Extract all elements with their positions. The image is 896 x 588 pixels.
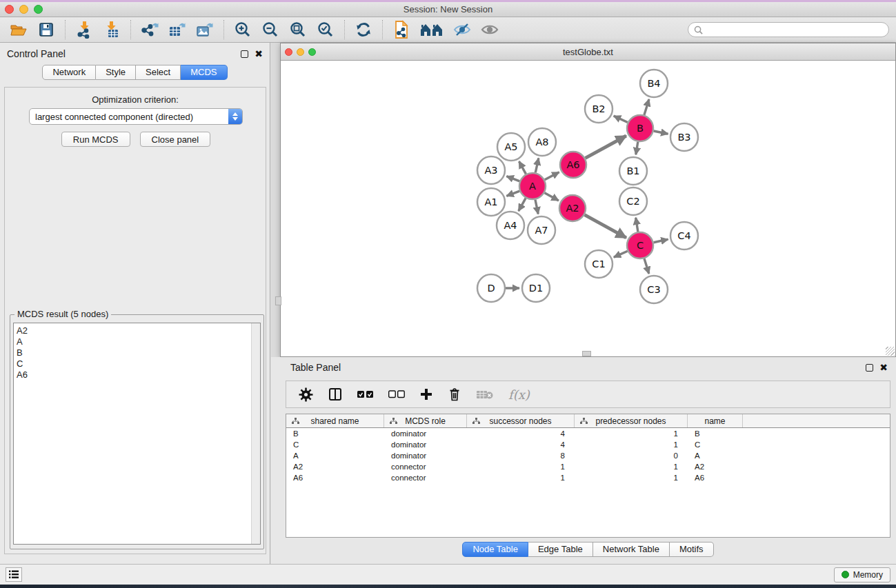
result-scrollbar[interactable] bbox=[251, 323, 260, 544]
graph-node-C[interactable]: C bbox=[627, 232, 653, 258]
tab-node-table[interactable]: Node Table bbox=[462, 542, 528, 557]
table-cell-successor-nodes[interactable]: 1 bbox=[467, 474, 575, 482]
import-table-button[interactable] bbox=[101, 20, 122, 39]
table-cell-predecessor-nodes[interactable]: 1 bbox=[575, 429, 688, 438]
splitter-handle-vertical[interactable] bbox=[275, 296, 281, 305]
table-settings-button[interactable] bbox=[299, 387, 313, 402]
table-cell-mcds-role[interactable]: connector bbox=[384, 463, 467, 471]
table-row[interactable]: A6connector11A6 bbox=[286, 472, 890, 483]
table-cell-name[interactable]: A bbox=[688, 452, 743, 460]
splitter-handle-horizontal[interactable] bbox=[582, 351, 591, 356]
graph-edge-A-A5[interactable] bbox=[519, 161, 526, 174]
tab-network[interactable]: Network bbox=[42, 65, 96, 80]
graph-edge-A-A2[interactable] bbox=[545, 193, 559, 201]
zoom-out-button[interactable] bbox=[260, 20, 281, 39]
tab-motifs[interactable]: Motifs bbox=[670, 542, 714, 557]
graph-node-A5[interactable]: A5 bbox=[497, 133, 525, 161]
float-table-panel-icon[interactable] bbox=[866, 364, 873, 372]
table-cell-mcds-role[interactable]: dominator bbox=[384, 452, 467, 460]
graph-node-B4[interactable]: B4 bbox=[640, 70, 668, 97]
table-cell-shared-name[interactable]: A6 bbox=[286, 474, 384, 482]
apply-layout-button[interactable] bbox=[353, 20, 374, 39]
graph-node-C1[interactable]: C1 bbox=[585, 250, 613, 278]
mcds-result-item[interactable]: A6 bbox=[17, 369, 251, 381]
tab-select[interactable]: Select bbox=[136, 65, 181, 80]
graph-node-A2[interactable]: A2 bbox=[559, 195, 586, 221]
column-header-predecessor-nodes[interactable]: predecessor nodes bbox=[575, 414, 688, 427]
graph-node-A8[interactable]: A8 bbox=[528, 128, 556, 156]
graph-edge-A6-B[interactable] bbox=[586, 136, 626, 158]
save-session-button[interactable] bbox=[36, 20, 57, 39]
column-header-shared-name[interactable]: shared name bbox=[286, 414, 384, 427]
graph-edge-C-C1[interactable] bbox=[614, 251, 628, 257]
select-all-button[interactable] bbox=[357, 390, 374, 398]
network-window-titlebar[interactable]: testGlobe.txt bbox=[281, 43, 895, 61]
search-field[interactable] bbox=[688, 22, 889, 37]
search-input[interactable] bbox=[706, 25, 883, 34]
delete-table-button[interactable] bbox=[476, 389, 494, 400]
zoom-fit-button[interactable] bbox=[288, 20, 308, 39]
table-cell-shared-name[interactable]: A bbox=[286, 452, 384, 460]
graph-edge-B-B1[interactable] bbox=[636, 142, 638, 155]
import-network-button[interactable] bbox=[74, 20, 94, 39]
column-header-name[interactable]: name bbox=[688, 414, 743, 427]
new-network-from-selection-button[interactable] bbox=[391, 20, 412, 39]
table-cell-mcds-role[interactable]: connector bbox=[384, 474, 467, 482]
run-mcds-button[interactable]: Run MCDS bbox=[61, 132, 130, 147]
close-table-panel-icon[interactable]: ✖ bbox=[879, 364, 888, 372]
graph-node-A7[interactable]: A7 bbox=[528, 216, 555, 244]
close-panel-button[interactable]: Close panel bbox=[140, 132, 211, 147]
graph-node-C4[interactable]: C4 bbox=[670, 222, 698, 250]
memory-button[interactable]: Memory bbox=[834, 567, 890, 582]
graph-node-D1[interactable]: D1 bbox=[522, 274, 550, 302]
graph-edge-A-A6[interactable] bbox=[545, 172, 559, 180]
table-cell-predecessor-nodes[interactable]: 1 bbox=[575, 463, 688, 471]
table-cell-mcds-role[interactable]: dominator bbox=[384, 429, 467, 438]
function-builder-button[interactable]: f(x) bbox=[508, 387, 530, 402]
tab-edge-table[interactable]: Edge Table bbox=[528, 542, 593, 557]
deselect-all-button[interactable] bbox=[388, 390, 405, 398]
graph-node-A1[interactable]: A1 bbox=[477, 188, 505, 216]
graph-edge-C-C3[interactable] bbox=[644, 258, 649, 274]
first-neighbors-button[interactable] bbox=[419, 20, 445, 39]
graph-node-B3[interactable]: B3 bbox=[670, 123, 698, 151]
network-canvas[interactable]: B4B2BB3A5A8A6A3B1AA1C2A2A4A7C4CC1C3DD1 bbox=[281, 61, 895, 356]
graph-node-B2[interactable]: B2 bbox=[585, 95, 613, 123]
column-header-mcds-role[interactable]: MCDS role bbox=[384, 414, 467, 427]
graph-edge-A2-C[interactable] bbox=[585, 215, 626, 238]
task-history-button[interactable] bbox=[6, 567, 22, 582]
delete-column-button[interactable] bbox=[448, 387, 461, 402]
graph-edge-C-C4[interactable] bbox=[654, 239, 668, 243]
optimization-criterion-dropdown[interactable]: largest connected component (directed) bbox=[29, 108, 243, 125]
table-cell-name[interactable]: B bbox=[688, 429, 743, 438]
table-cell-successor-nodes[interactable]: 4 bbox=[467, 440, 575, 449]
column-header-successor-nodes[interactable]: successor nodes bbox=[467, 414, 575, 427]
float-panel-icon[interactable] bbox=[241, 50, 248, 58]
tab-mcds[interactable]: MCDS bbox=[181, 65, 227, 80]
export-network-button[interactable] bbox=[139, 20, 160, 39]
zoom-selected-button[interactable] bbox=[315, 20, 336, 39]
graph-node-B1[interactable]: B1 bbox=[619, 157, 647, 185]
graph-node-D[interactable]: D bbox=[477, 274, 505, 302]
mcds-result-item[interactable]: C bbox=[17, 358, 251, 369]
table-cell-name[interactable]: A6 bbox=[688, 474, 743, 482]
table-row[interactable]: Cdominator41C bbox=[286, 439, 890, 450]
hide-selected-button[interactable] bbox=[452, 20, 472, 39]
graph-node-A3[interactable]: A3 bbox=[477, 156, 505, 184]
graph-edge-B-B2[interactable] bbox=[614, 116, 628, 122]
open-session-button[interactable] bbox=[8, 20, 29, 39]
graph-edge-A-A7[interactable] bbox=[535, 200, 538, 214]
graph-node-B[interactable]: B bbox=[627, 115, 653, 141]
graph-node-C2[interactable]: C2 bbox=[619, 187, 647, 215]
table-cell-successor-nodes[interactable]: 1 bbox=[467, 463, 575, 471]
mcds-result-item[interactable]: A bbox=[17, 336, 251, 347]
show-all-button[interactable] bbox=[479, 20, 500, 39]
graph-node-A6[interactable]: A6 bbox=[560, 152, 586, 178]
graph-edge-A-A8[interactable] bbox=[535, 158, 539, 172]
graph-edge-B-B4[interactable] bbox=[644, 99, 649, 115]
export-image-button[interactable] bbox=[195, 20, 215, 39]
table-cell-name[interactable]: A2 bbox=[688, 463, 743, 471]
tab-style[interactable]: Style bbox=[96, 65, 136, 80]
table-cell-predecessor-nodes[interactable]: 1 bbox=[575, 440, 688, 449]
table-cell-successor-nodes[interactable]: 8 bbox=[467, 452, 575, 460]
